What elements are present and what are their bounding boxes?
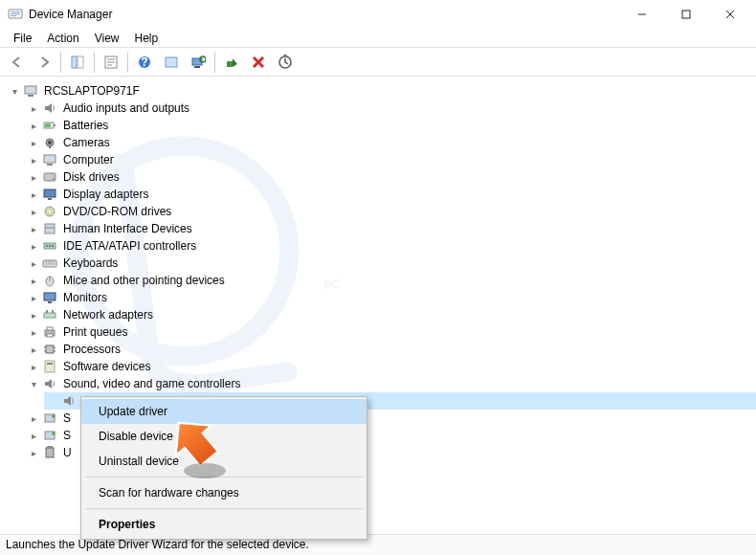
printer-icon [42, 324, 57, 340]
chevron-right-icon[interactable]: ▸ [27, 431, 40, 441]
chevron-down-icon[interactable]: ▾ [27, 379, 40, 389]
context-menu: Update driver Disable device Uninstall d… [80, 396, 367, 540]
svg-rect-75 [47, 446, 53, 448]
chevron-right-icon[interactable]: ▸ [27, 172, 40, 183]
svg-rect-63 [46, 345, 54, 353]
tree-category-label: Display adapters [59, 188, 148, 201]
ide-icon [42, 238, 57, 254]
maximize-button[interactable] [664, 0, 708, 29]
close-button[interactable] [708, 0, 752, 29]
svg-point-34 [48, 141, 52, 144]
help-button[interactable]: ? [133, 51, 156, 74]
tree-category-label: S [59, 429, 71, 442]
speaker-icon [61, 393, 77, 409]
chevron-right-icon[interactable]: ▸ [27, 189, 40, 200]
tree-root-label: RCSLAPTOP971F [40, 84, 140, 98]
tree-category[interactable]: ▸Network adapters [25, 306, 756, 323]
tree-category-label: Cameras [59, 136, 110, 149]
svg-rect-4 [11, 11, 20, 12]
tree-category[interactable]: ▸Cameras [25, 134, 756, 151]
tree-category[interactable]: ▸Batteries [25, 117, 756, 134]
chevron-right-icon[interactable]: ▸ [27, 276, 40, 286]
menu-file[interactable]: File [6, 30, 39, 47]
tree-category[interactable]: ▾Sound, video and game controllers [25, 375, 756, 392]
properties-button[interactable] [100, 51, 122, 74]
tree-category[interactable]: ▸Mice and other pointing devices [25, 272, 756, 289]
chevron-right-icon[interactable]: ▸ [27, 362, 40, 372]
menu-action[interactable]: Action [39, 30, 86, 47]
svg-rect-36 [44, 155, 56, 163]
chevron-down-icon[interactable]: ▾ [8, 86, 21, 97]
tree-category[interactable]: ▸Software devices [25, 358, 756, 375]
menu-help[interactable]: Help [127, 30, 167, 47]
chevron-right-icon[interactable]: ▸ [27, 293, 40, 303]
tree-category-label: Audio inputs and outputs [59, 101, 189, 115]
svg-point-71 [52, 414, 56, 418]
tree-root-node[interactable]: ▾ RCSLAPTOP971F [6, 82, 756, 100]
menu-view[interactable]: View [87, 30, 127, 47]
speaker-icon [42, 376, 57, 391]
svg-line-23 [205, 61, 206, 62]
camera-icon [42, 135, 57, 150]
svg-rect-24 [227, 61, 233, 67]
tree-category[interactable]: ▸Human Interface Devices [25, 220, 756, 237]
system-icon [42, 411, 57, 426]
ctx-uninstall-device[interactable]: Uninstall device [81, 449, 367, 474]
tree-category[interactable]: ▸DVD/CD-ROM drives [25, 203, 756, 220]
svg-rect-12 [78, 56, 83, 68]
chevron-right-icon[interactable]: ▸ [27, 310, 40, 321]
ctx-properties[interactable]: Properties [81, 512, 367, 537]
monitor-icon [42, 290, 57, 305]
ctx-scan-hardware[interactable]: Scan for hardware changes [81, 480, 367, 505]
network-icon [42, 307, 57, 322]
update-driver-button[interactable] [274, 51, 297, 74]
ctx-separator [85, 477, 363, 477]
tree-category[interactable]: ▸Computer [25, 151, 756, 168]
tree-category-label: Network adapters [59, 308, 153, 322]
scan-hardware-button[interactable] [187, 51, 210, 74]
chevron-right-icon[interactable]: ▸ [27, 224, 40, 234]
chevron-right-icon[interactable]: ▸ [27, 344, 40, 355]
ctx-update-driver[interactable]: Update driver [81, 399, 367, 424]
svg-rect-5 [11, 13, 20, 14]
minimize-button[interactable] [620, 0, 664, 29]
tree-category[interactable]: ▸IDE ATA/ATAPI controllers [25, 237, 756, 255]
tree-category[interactable]: ▸Processors [25, 341, 756, 358]
keyboard-icon [42, 255, 57, 271]
chevron-right-icon[interactable]: ▸ [27, 207, 40, 217]
tree-category-label: DVD/CD-ROM drives [59, 205, 171, 218]
chevron-right-icon[interactable]: ▸ [27, 138, 40, 148]
ctx-disable-device-label: Disable device [99, 430, 173, 443]
titlebar: Device Manager [0, 0, 756, 29]
forward-button[interactable] [33, 51, 56, 74]
chevron-right-icon[interactable]: ▸ [27, 258, 40, 269]
chevron-right-icon[interactable]: ▸ [27, 448, 40, 458]
tree-category[interactable]: ▸Monitors [25, 289, 756, 306]
uninstall-device-button[interactable] [247, 51, 270, 74]
enable-device-button[interactable] [220, 51, 243, 74]
chevron-right-icon[interactable]: ▸ [27, 241, 40, 252]
mouse-icon [42, 273, 57, 288]
chevron-right-icon[interactable]: ▸ [27, 121, 40, 131]
tree-category-label: Mice and other pointing devices [59, 274, 225, 287]
chevron-right-icon[interactable]: ▸ [27, 155, 40, 166]
svg-rect-32 [45, 123, 51, 127]
chevron-right-icon[interactable]: ▸ [27, 327, 40, 338]
chevron-right-icon[interactable]: ▸ [27, 103, 40, 114]
tree-category[interactable]: ▸Keyboards [25, 255, 756, 272]
tree-category[interactable]: ▸Print queues [25, 323, 756, 341]
tree-category-label: Human Interface Devices [59, 222, 192, 235]
tree-category-label: IDE ATA/ATAPI controllers [59, 239, 196, 253]
ctx-update-driver-label: Update driver [99, 405, 167, 418]
svg-rect-61 [47, 327, 53, 330]
back-button[interactable] [6, 51, 29, 74]
tree-category[interactable]: ▸Disk drives [25, 168, 756, 186]
tree-category[interactable]: ▸Display adapters [25, 186, 756, 203]
svg-rect-41 [48, 198, 52, 200]
toolbar-separator [60, 52, 61, 73]
chevron-right-icon[interactable]: ▸ [27, 413, 40, 424]
action-icon-button[interactable] [160, 51, 183, 74]
ctx-disable-device[interactable]: Disable device [81, 424, 367, 449]
show-hide-tree-button[interactable] [66, 51, 89, 74]
tree-category[interactable]: ▸Audio inputs and outputs [25, 100, 756, 117]
